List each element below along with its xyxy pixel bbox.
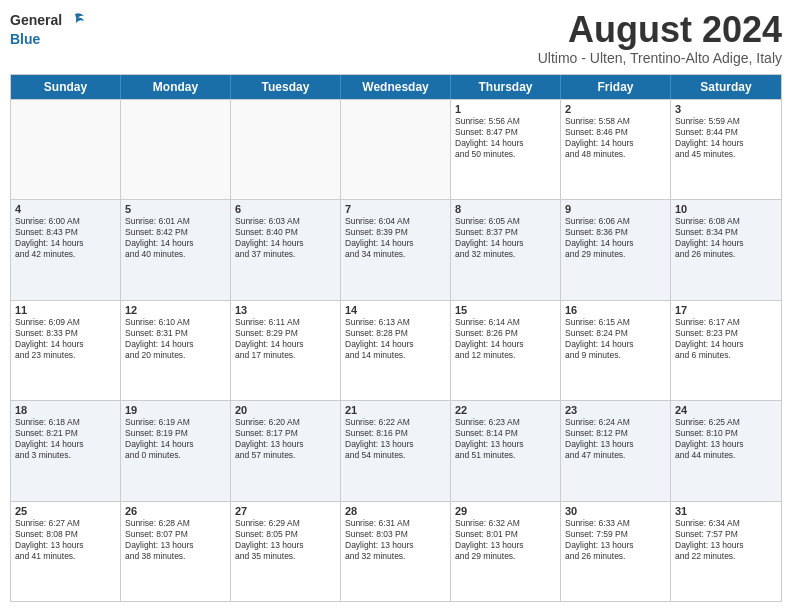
day-number-11: 11 xyxy=(15,304,116,316)
month-year: August 2024 xyxy=(538,10,782,50)
cal-cell-3-1: 19Sunrise: 6:19 AM Sunset: 8:19 PM Dayli… xyxy=(121,401,231,500)
cal-cell-4-1: 26Sunrise: 6:28 AM Sunset: 8:07 PM Dayli… xyxy=(121,502,231,601)
cal-cell-2-2: 13Sunrise: 6:11 AM Sunset: 8:29 PM Dayli… xyxy=(231,301,341,400)
page: General Blue August 2024 Ultimo - Ulten,… xyxy=(0,0,792,612)
cal-cell-3-2: 20Sunrise: 6:20 AM Sunset: 8:17 PM Dayli… xyxy=(231,401,341,500)
day-info-28: Sunrise: 6:31 AM Sunset: 8:03 PM Dayligh… xyxy=(345,518,446,562)
day-info-4: Sunrise: 6:00 AM Sunset: 8:43 PM Dayligh… xyxy=(15,216,116,260)
header-tuesday: Tuesday xyxy=(231,75,341,99)
logo: General Blue xyxy=(10,10,86,47)
header-thursday: Thursday xyxy=(451,75,561,99)
logo-blue: Blue xyxy=(10,32,86,47)
cal-cell-3-0: 18Sunrise: 6:18 AM Sunset: 8:21 PM Dayli… xyxy=(11,401,121,500)
day-info-8: Sunrise: 6:05 AM Sunset: 8:37 PM Dayligh… xyxy=(455,216,556,260)
day-number-26: 26 xyxy=(125,505,226,517)
day-number-4: 4 xyxy=(15,203,116,215)
day-info-18: Sunrise: 6:18 AM Sunset: 8:21 PM Dayligh… xyxy=(15,417,116,461)
day-number-29: 29 xyxy=(455,505,556,517)
header-saturday: Saturday xyxy=(671,75,781,99)
day-info-7: Sunrise: 6:04 AM Sunset: 8:39 PM Dayligh… xyxy=(345,216,446,260)
day-number-13: 13 xyxy=(235,304,336,316)
logo-bird-icon xyxy=(64,10,86,32)
day-number-17: 17 xyxy=(675,304,777,316)
day-info-1: Sunrise: 5:56 AM Sunset: 8:47 PM Dayligh… xyxy=(455,116,556,160)
day-info-13: Sunrise: 6:11 AM Sunset: 8:29 PM Dayligh… xyxy=(235,317,336,361)
cal-cell-0-3 xyxy=(341,100,451,199)
cal-row-4: 25Sunrise: 6:27 AM Sunset: 8:08 PM Dayli… xyxy=(11,501,781,601)
cal-cell-4-3: 28Sunrise: 6:31 AM Sunset: 8:03 PM Dayli… xyxy=(341,502,451,601)
cal-cell-0-2 xyxy=(231,100,341,199)
day-number-12: 12 xyxy=(125,304,226,316)
day-info-9: Sunrise: 6:06 AM Sunset: 8:36 PM Dayligh… xyxy=(565,216,666,260)
day-info-2: Sunrise: 5:58 AM Sunset: 8:46 PM Dayligh… xyxy=(565,116,666,160)
day-number-27: 27 xyxy=(235,505,336,517)
day-info-24: Sunrise: 6:25 AM Sunset: 8:10 PM Dayligh… xyxy=(675,417,777,461)
day-number-20: 20 xyxy=(235,404,336,416)
day-info-17: Sunrise: 6:17 AM Sunset: 8:23 PM Dayligh… xyxy=(675,317,777,361)
cal-cell-0-4: 1Sunrise: 5:56 AM Sunset: 8:47 PM Daylig… xyxy=(451,100,561,199)
cal-row-0: 1Sunrise: 5:56 AM Sunset: 8:47 PM Daylig… xyxy=(11,99,781,199)
day-number-22: 22 xyxy=(455,404,556,416)
day-number-7: 7 xyxy=(345,203,446,215)
cal-cell-3-4: 22Sunrise: 6:23 AM Sunset: 8:14 PM Dayli… xyxy=(451,401,561,500)
cal-cell-1-0: 4Sunrise: 6:00 AM Sunset: 8:43 PM Daylig… xyxy=(11,200,121,299)
cal-cell-0-0 xyxy=(11,100,121,199)
day-info-14: Sunrise: 6:13 AM Sunset: 8:28 PM Dayligh… xyxy=(345,317,446,361)
day-number-30: 30 xyxy=(565,505,666,517)
day-info-12: Sunrise: 6:10 AM Sunset: 8:31 PM Dayligh… xyxy=(125,317,226,361)
day-info-5: Sunrise: 6:01 AM Sunset: 8:42 PM Dayligh… xyxy=(125,216,226,260)
day-number-16: 16 xyxy=(565,304,666,316)
day-number-19: 19 xyxy=(125,404,226,416)
cal-cell-1-6: 10Sunrise: 6:08 AM Sunset: 8:34 PM Dayli… xyxy=(671,200,781,299)
day-number-23: 23 xyxy=(565,404,666,416)
calendar-header: Sunday Monday Tuesday Wednesday Thursday… xyxy=(11,75,781,99)
cal-cell-2-6: 17Sunrise: 6:17 AM Sunset: 8:23 PM Dayli… xyxy=(671,301,781,400)
day-number-25: 25 xyxy=(15,505,116,517)
cal-cell-2-1: 12Sunrise: 6:10 AM Sunset: 8:31 PM Dayli… xyxy=(121,301,231,400)
cal-row-2: 11Sunrise: 6:09 AM Sunset: 8:33 PM Dayli… xyxy=(11,300,781,400)
day-number-18: 18 xyxy=(15,404,116,416)
day-number-6: 6 xyxy=(235,203,336,215)
logo-general: General xyxy=(10,13,62,28)
day-number-28: 28 xyxy=(345,505,446,517)
day-number-2: 2 xyxy=(565,103,666,115)
day-info-15: Sunrise: 6:14 AM Sunset: 8:26 PM Dayligh… xyxy=(455,317,556,361)
cal-cell-4-4: 29Sunrise: 6:32 AM Sunset: 8:01 PM Dayli… xyxy=(451,502,561,601)
header-friday: Friday xyxy=(561,75,671,99)
day-number-8: 8 xyxy=(455,203,556,215)
calendar-body: 1Sunrise: 5:56 AM Sunset: 8:47 PM Daylig… xyxy=(11,99,781,601)
cal-cell-0-1 xyxy=(121,100,231,199)
cal-cell-2-0: 11Sunrise: 6:09 AM Sunset: 8:33 PM Dayli… xyxy=(11,301,121,400)
cal-cell-0-6: 3Sunrise: 5:59 AM Sunset: 8:44 PM Daylig… xyxy=(671,100,781,199)
cal-cell-4-0: 25Sunrise: 6:27 AM Sunset: 8:08 PM Dayli… xyxy=(11,502,121,601)
cal-cell-4-2: 27Sunrise: 6:29 AM Sunset: 8:05 PM Dayli… xyxy=(231,502,341,601)
day-number-5: 5 xyxy=(125,203,226,215)
day-number-31: 31 xyxy=(675,505,777,517)
cal-cell-1-4: 8Sunrise: 6:05 AM Sunset: 8:37 PM Daylig… xyxy=(451,200,561,299)
day-info-6: Sunrise: 6:03 AM Sunset: 8:40 PM Dayligh… xyxy=(235,216,336,260)
cal-cell-3-6: 24Sunrise: 6:25 AM Sunset: 8:10 PM Dayli… xyxy=(671,401,781,500)
header-monday: Monday xyxy=(121,75,231,99)
cal-cell-2-5: 16Sunrise: 6:15 AM Sunset: 8:24 PM Dayli… xyxy=(561,301,671,400)
logo-text: General Blue xyxy=(10,10,86,47)
header: General Blue August 2024 Ultimo - Ulten,… xyxy=(10,10,782,66)
day-info-31: Sunrise: 6:34 AM Sunset: 7:57 PM Dayligh… xyxy=(675,518,777,562)
cal-cell-4-6: 31Sunrise: 6:34 AM Sunset: 7:57 PM Dayli… xyxy=(671,502,781,601)
day-info-29: Sunrise: 6:32 AM Sunset: 8:01 PM Dayligh… xyxy=(455,518,556,562)
day-info-26: Sunrise: 6:28 AM Sunset: 8:07 PM Dayligh… xyxy=(125,518,226,562)
day-number-15: 15 xyxy=(455,304,556,316)
cal-cell-1-2: 6Sunrise: 6:03 AM Sunset: 8:40 PM Daylig… xyxy=(231,200,341,299)
cal-cell-2-3: 14Sunrise: 6:13 AM Sunset: 8:28 PM Dayli… xyxy=(341,301,451,400)
day-number-9: 9 xyxy=(565,203,666,215)
cal-cell-0-5: 2Sunrise: 5:58 AM Sunset: 8:46 PM Daylig… xyxy=(561,100,671,199)
day-info-20: Sunrise: 6:20 AM Sunset: 8:17 PM Dayligh… xyxy=(235,417,336,461)
day-info-10: Sunrise: 6:08 AM Sunset: 8:34 PM Dayligh… xyxy=(675,216,777,260)
day-info-19: Sunrise: 6:19 AM Sunset: 8:19 PM Dayligh… xyxy=(125,417,226,461)
cal-cell-3-3: 21Sunrise: 6:22 AM Sunset: 8:16 PM Dayli… xyxy=(341,401,451,500)
day-info-3: Sunrise: 5:59 AM Sunset: 8:44 PM Dayligh… xyxy=(675,116,777,160)
day-info-11: Sunrise: 6:09 AM Sunset: 8:33 PM Dayligh… xyxy=(15,317,116,361)
day-number-10: 10 xyxy=(675,203,777,215)
day-info-27: Sunrise: 6:29 AM Sunset: 8:05 PM Dayligh… xyxy=(235,518,336,562)
cal-cell-1-5: 9Sunrise: 6:06 AM Sunset: 8:36 PM Daylig… xyxy=(561,200,671,299)
day-info-25: Sunrise: 6:27 AM Sunset: 8:08 PM Dayligh… xyxy=(15,518,116,562)
